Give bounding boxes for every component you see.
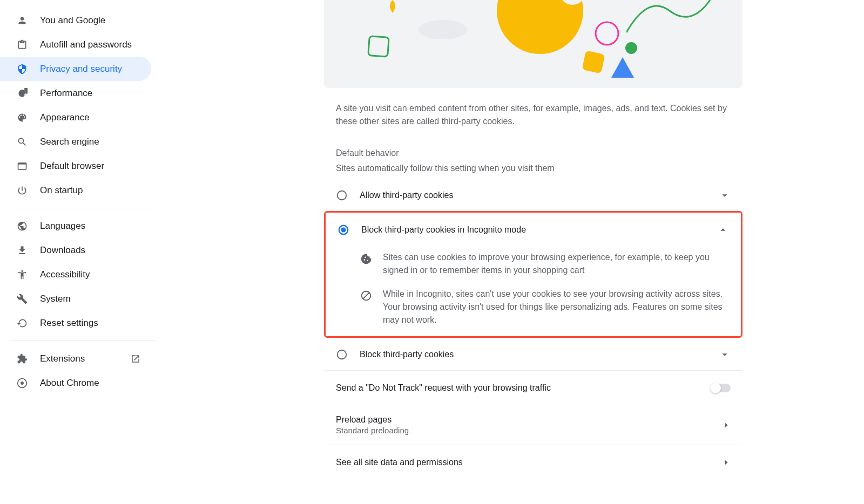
option-label: Block third-party cookies: [360, 350, 454, 359]
option-block-incognito[interactable]: Block third-party cookies in Incognito m…: [326, 213, 741, 247]
setting-sublabel: Standard preloading: [336, 426, 409, 435]
option-block-all[interactable]: Block third-party cookies: [324, 338, 742, 370]
external-link-icon: [131, 354, 140, 364]
default-behavior-title: Default behavior: [324, 128, 742, 158]
clipboard-icon: [16, 39, 28, 51]
svg-point-11: [338, 190, 347, 200]
sidebar-item-label: Appearance: [40, 112, 90, 123]
user-icon: [16, 15, 28, 26]
site-data-row[interactable]: See all site data and permissions: [324, 445, 742, 479]
sidebar-item-about-chrome[interactable]: About Chrome: [0, 371, 151, 395]
globe-icon: [16, 220, 28, 232]
radio-unchecked-icon: [336, 349, 348, 360]
sidebar-item-system[interactable]: System: [0, 287, 151, 311]
detail-line-2: While in Incognito, sites can't use your…: [326, 283, 741, 336]
browser-icon: [16, 160, 28, 172]
svg-point-14: [338, 350, 347, 359]
do-not-track-row[interactable]: Send a "Do Not Track" request with your …: [324, 370, 742, 405]
svg-point-9: [625, 42, 637, 54]
radio-checked-icon: [338, 224, 349, 236]
speedometer-icon: [16, 87, 28, 99]
shield-icon: [16, 63, 28, 75]
power-icon: [16, 185, 28, 196]
sidebar-item-label: Accessibility: [40, 269, 90, 280]
search-icon: [16, 136, 28, 148]
sidebar-item-label: Downloads: [40, 245, 85, 256]
chevron-right-icon: [722, 458, 731, 467]
detail-line-1: Sites can use cookies to improve your br…: [326, 247, 741, 283]
intro-text: A site you visit can embed content from …: [324, 88, 742, 128]
sidebar-item-extensions[interactable]: Extensions: [0, 346, 151, 371]
do-not-track-toggle[interactable]: [711, 384, 731, 392]
setting-label: See all site data and permissions: [336, 458, 463, 467]
radio-unchecked-icon: [336, 189, 348, 201]
sidebar: You and Google Autofill and passwords Pr…: [0, 0, 157, 504]
option-label: Allow third-party cookies: [360, 190, 453, 200]
svg-point-1: [21, 382, 24, 385]
svg-point-13: [341, 227, 346, 232]
chevron-down-icon[interactable]: [719, 189, 731, 201]
cookie-icon: [360, 253, 372, 265]
sidebar-item-label: On startup: [40, 185, 83, 196]
svg-rect-10: [582, 51, 605, 74]
option-allow-third-party[interactable]: Allow third-party cookies: [324, 179, 742, 211]
sidebar-item-label: You and Google: [40, 15, 105, 26]
chrome-icon: [16, 377, 28, 389]
sidebar-item-label: Autofill and passwords: [40, 39, 132, 50]
sidebar-item-privacy-security[interactable]: Privacy and security: [0, 57, 151, 81]
chevron-down-icon[interactable]: [719, 349, 731, 360]
sidebar-item-label: Reset settings: [40, 318, 98, 329]
wrench-icon: [16, 293, 28, 305]
chevron-up-icon[interactable]: [717, 224, 729, 236]
sidebar-item-autofill[interactable]: Autofill and passwords: [0, 32, 151, 57]
sidebar-item-default-browser[interactable]: Default browser: [0, 154, 151, 178]
sidebar-item-on-startup[interactable]: On startup: [0, 178, 151, 202]
svg-rect-7: [368, 36, 389, 57]
sidebar-item-label: System: [40, 294, 71, 304]
highlighted-option-block: Block third-party cookies in Incognito m…: [324, 211, 742, 338]
setting-label: Preload pages: [336, 415, 409, 425]
sidebar-item-label: Extensions: [40, 353, 85, 364]
sidebar-item-reset[interactable]: Reset settings: [0, 311, 151, 335]
main-content: A site you visit can embed content from …: [157, 0, 864, 504]
sidebar-item-label: Privacy and security: [40, 64, 122, 74]
sidebar-item-label: Performance: [40, 88, 92, 99]
svg-point-2: [497, 0, 583, 54]
sidebar-item-label: Languages: [40, 221, 85, 231]
preload-pages-row[interactable]: Preload pages Standard preloading: [324, 405, 742, 445]
svg-point-6: [418, 20, 467, 39]
default-behavior-desc: Sites automatically follow this setting …: [324, 158, 742, 179]
block-icon: [360, 290, 372, 302]
option-label: Block third-party cookies in Incognito m…: [361, 225, 526, 235]
sidebar-item-label: Search engine: [40, 137, 99, 147]
sidebar-item-downloads[interactable]: Downloads: [0, 238, 151, 262]
chevron-right-icon: [722, 421, 731, 430]
sidebar-item-you-and-google[interactable]: You and Google: [0, 8, 151, 32]
sidebar-item-languages[interactable]: Languages: [0, 214, 151, 238]
sidebar-item-performance[interactable]: Performance: [0, 81, 151, 105]
sidebar-divider: [11, 208, 157, 208]
download-icon: [16, 244, 28, 256]
detail-text: While in Incognito, sites can't use your…: [383, 288, 729, 326]
sidebar-divider: [11, 340, 157, 341]
puzzle-icon: [16, 353, 28, 365]
sidebar-item-accessibility[interactable]: Accessibility: [0, 262, 151, 287]
detail-text: Sites can use cookies to improve your br…: [383, 251, 729, 277]
palette-icon: [16, 112, 28, 124]
accessibility-icon: [16, 269, 28, 281]
setting-label: Send a "Do Not Track" request with your …: [336, 383, 551, 393]
hero-illustration: [324, 0, 742, 88]
sidebar-item-search-engine[interactable]: Search engine: [0, 130, 151, 154]
reset-icon: [16, 317, 28, 329]
sidebar-item-label: About Chrome: [40, 378, 99, 389]
sidebar-item-label: Default browser: [40, 161, 104, 172]
sidebar-item-appearance[interactable]: Appearance: [0, 105, 151, 130]
svg-point-8: [596, 22, 618, 45]
